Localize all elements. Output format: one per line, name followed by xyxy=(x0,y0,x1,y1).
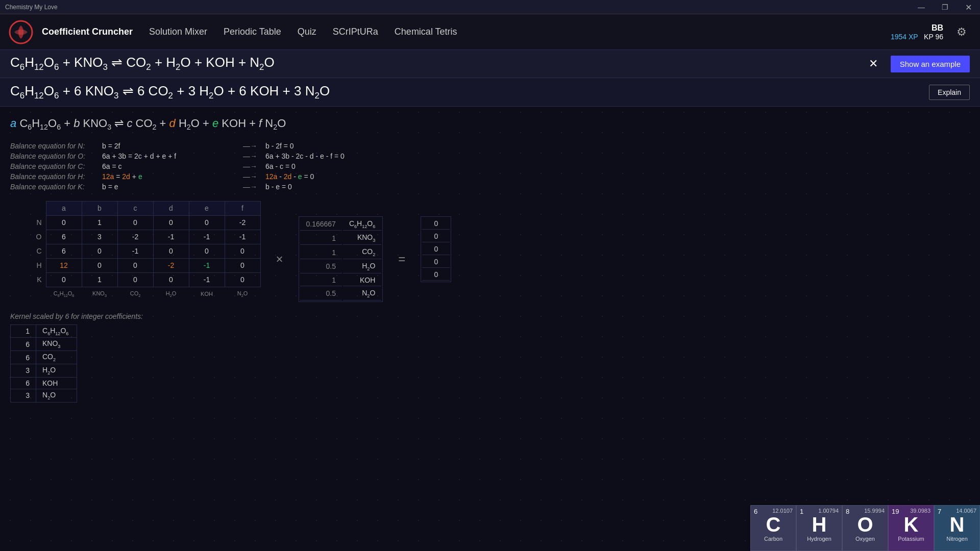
list-item: 1 CO2 xyxy=(300,246,382,259)
result-vector: 0 0 0 0 0 xyxy=(421,216,451,282)
compound-2: KNO3 ⇌ xyxy=(83,117,127,130)
list-item: 0 xyxy=(422,256,450,268)
nav-coefficient-cruncher[interactable]: Coefficient Cruncher xyxy=(42,27,133,37)
row-label-o: O xyxy=(10,230,46,244)
header-right: BB 1954 XP KP 96 ⚙ xyxy=(891,22,972,42)
element-hydrogen: 1 1.00794 H Hydrogen xyxy=(796,505,842,551)
element-nitrogen: 7 14.0067 N Nitrogen xyxy=(934,505,980,551)
equals-symbol: = xyxy=(393,252,410,266)
compound-label-3: CO2 xyxy=(117,287,153,301)
list-item: 1 KOH xyxy=(300,274,382,286)
matrix-table: a b c d e f N 0 1 0 0 0 xyxy=(10,201,261,302)
col-header-c: c xyxy=(117,201,153,215)
compound-1: C6H12O6 + xyxy=(19,117,74,130)
list-item: 1 C6H12O6 xyxy=(11,324,77,338)
nav-scripture[interactable]: SCrIPtURa xyxy=(333,27,378,37)
row-label-c: C xyxy=(10,244,46,258)
col-header-b: b xyxy=(82,201,117,215)
element-potassium: 19 39.0983 K Potassium xyxy=(888,505,934,551)
nav-chemical-tetris[interactable]: Chemical Tetris xyxy=(395,27,457,37)
nav-solution-mixer[interactable]: Solution Mixer xyxy=(149,27,207,37)
element-carbon: 6 12.0107 C Carbon xyxy=(750,505,796,551)
col-header-d: d xyxy=(153,201,189,215)
header: Coefficient Cruncher Solution Mixer Peri… xyxy=(0,14,980,50)
compound-label-6: N2O xyxy=(225,287,260,301)
explain-button[interactable]: Explain xyxy=(929,85,970,100)
app-title: Chemistry My Love xyxy=(5,4,58,11)
list-item: 0.5 H2O xyxy=(300,260,382,273)
restore-button[interactable]: ❐ xyxy=(933,0,957,14)
table-row: H 12 0 0 -2 -1 0 xyxy=(10,258,260,272)
element-tiles: 6 12.0107 C Carbon 1 1.00794 H Hydrogen … xyxy=(750,505,980,551)
user-info: BB 1954 XP KP 96 xyxy=(891,23,943,41)
balance-label-c: Balance equation for C: xyxy=(10,162,102,170)
kp-display: KP 96 xyxy=(924,33,943,41)
balance-label-h: Balance equation for H: xyxy=(10,172,102,181)
row-label-n: N xyxy=(10,215,46,230)
titlebar: Chemistry My Love — ❐ ✕ xyxy=(0,0,980,14)
col-header-a: a xyxy=(46,201,82,215)
list-item: 0 xyxy=(422,243,450,255)
balance-row-k: Balance equation for K: b = e —→ b - e =… xyxy=(10,183,970,191)
answer-text: C6H12O6 + 6 KNO3 ⇌ 6 CO2 + 3 H2O + 6 KOH… xyxy=(10,83,929,101)
compound-label-4: H2O xyxy=(153,287,189,301)
compound-label-5: KOH xyxy=(189,287,225,301)
settings-button[interactable]: ⚙ xyxy=(951,22,972,42)
table-row: C 6 0 -1 0 0 0 xyxy=(10,244,260,258)
col-header-e: e xyxy=(189,201,225,215)
close-question-button[interactable]: ✕ xyxy=(864,55,883,73)
balance-label-n: Balance equation for N: xyxy=(10,142,102,150)
table-row: N 0 1 0 0 0 -2 xyxy=(10,215,260,230)
var-a: a xyxy=(10,117,16,130)
compound-4: H2O + xyxy=(179,117,212,130)
question-text: C6H12O6 + KNO3 ⇌ CO2 + H2O + KOH + N2O xyxy=(10,55,864,72)
xp-display: 1954 XP xyxy=(891,33,918,41)
matrix-section: a b c d e f N 0 1 0 0 0 xyxy=(10,201,970,302)
scaled-table: 1 C6H12O6 6 KNO3 6 CO2 3 H2O 6 KOH xyxy=(10,324,77,403)
question-bar: C6H12O6 + KNO3 ⇌ CO2 + H2O + KOH + N2O ✕… xyxy=(0,50,980,78)
list-item: 6 KOH xyxy=(11,377,77,389)
balance-eq-n: b = 2f xyxy=(102,142,235,150)
list-item: 1 KNO3 xyxy=(300,232,382,245)
kernel-scaled-title: Kernel scaled by 6 for integer coefficie… xyxy=(10,312,970,320)
kernel-vector: 0.166667 C6H12O6 1 KNO3 1 CO2 0.5 H2O 1 xyxy=(299,216,383,302)
compound-3: CO2 + xyxy=(136,117,169,130)
list-item: 3 N2O xyxy=(11,389,77,402)
balance-equations: Balance equation for N: b = 2f —→ b - 2f… xyxy=(10,142,970,191)
var-f: f xyxy=(259,117,262,130)
show-example-button[interactable]: Show an example xyxy=(891,56,970,72)
list-item: 6 KNO3 xyxy=(11,338,77,351)
col-header-f: f xyxy=(225,201,260,215)
variables-line: a C6H12O6 + b KNO3 ⇌ c CO2 + d H2O + e K… xyxy=(10,117,970,131)
balance-eq-h: 12a = 2d + e xyxy=(102,172,235,181)
minimize-button[interactable]: — xyxy=(910,0,933,14)
element-oxygen: 8 15.9994 O Oxygen xyxy=(842,505,888,551)
var-b: b xyxy=(74,117,80,130)
app-logo xyxy=(8,19,34,45)
balance-simplified-n: b - 2f = 0 xyxy=(265,142,294,150)
compound-label-1: C6H12O6 xyxy=(46,287,82,301)
list-item: 3 H2O xyxy=(11,364,77,377)
balance-eq-o: 6a + 3b = 2c + d + e + f xyxy=(102,152,235,160)
nav-periodic-table[interactable]: Periodic Table xyxy=(224,27,281,37)
multiply-symbol: × xyxy=(271,252,288,266)
nav-quiz[interactable]: Quiz xyxy=(298,27,316,37)
balance-row-o: Balance equation for O: 6a + 3b = 2c + d… xyxy=(10,152,970,160)
list-item: 0 xyxy=(422,269,450,281)
main-nav: Coefficient Cruncher Solution Mixer Peri… xyxy=(42,27,891,37)
username: BB xyxy=(891,23,943,33)
table-row: O 6 3 -2 -1 -1 -1 xyxy=(10,230,260,244)
kernel-scaled-section: Kernel scaled by 6 for integer coefficie… xyxy=(10,312,970,403)
balance-simplified-h: 12a - 2d - e = 0 xyxy=(265,172,314,181)
list-item: 0.5 N2O xyxy=(300,287,382,300)
balance-row-n: Balance equation for N: b = 2f —→ b - 2f… xyxy=(10,142,970,150)
close-window-button[interactable]: ✕ xyxy=(957,0,980,14)
balance-eq-k: b = e xyxy=(102,183,235,191)
compound-label-2: KNO3 xyxy=(82,287,117,301)
list-item: 0 xyxy=(422,218,450,230)
var-d: d xyxy=(169,117,176,130)
compound-6: N2O xyxy=(265,117,286,130)
coefficient-matrix: a b c d e f N 0 1 0 0 0 xyxy=(10,201,261,302)
main-content: a C6H12O6 + b KNO3 ⇌ c CO2 + d H2O + e K… xyxy=(0,107,980,412)
balance-simplified-k: b - e = 0 xyxy=(265,183,292,191)
